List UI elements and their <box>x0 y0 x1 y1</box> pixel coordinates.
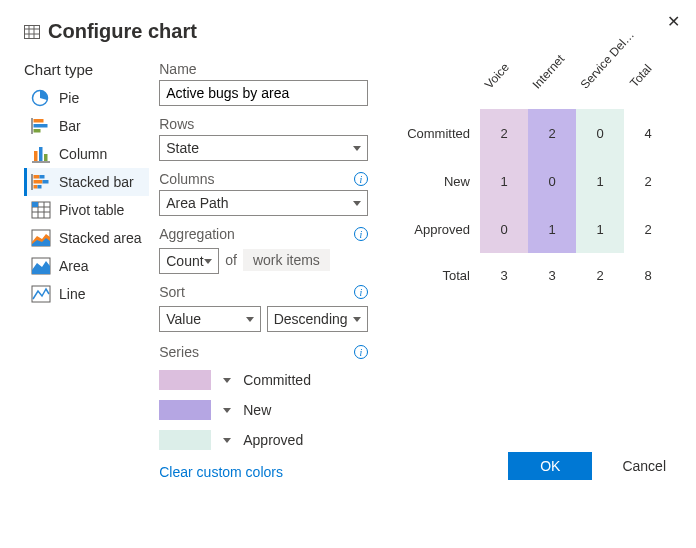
preview-row: Approved0112 <box>404 205 672 253</box>
series-color-swatch[interactable] <box>159 430 211 450</box>
chart-type-pivot[interactable]: Pivot table <box>24 196 149 224</box>
chart-type-label: Pie <box>59 90 79 106</box>
svg-rect-16 <box>40 175 45 179</box>
svg-rect-26 <box>32 202 38 207</box>
stacked-bar-chart-icon <box>31 173 51 191</box>
chevron-down-icon <box>353 317 361 322</box>
chart-config-form: Name Rows State Columns i Area Path Aggr… <box>159 61 368 480</box>
chart-type-label: Area <box>59 258 89 274</box>
chart-type-label: Bar <box>59 118 81 134</box>
chart-type-label: Stacked area <box>59 230 142 246</box>
preview-cell: 2 <box>480 109 528 157</box>
info-icon[interactable]: i <box>354 345 368 359</box>
rows-label: Rows <box>159 116 194 132</box>
preview-cell: 2 <box>624 157 672 205</box>
preview-cell: 2 <box>576 253 624 297</box>
sort-field-select[interactable]: Value <box>159 306 260 332</box>
preview-row-label: New <box>404 174 480 189</box>
series-label: Committed <box>243 372 311 388</box>
line-chart-icon <box>31 285 51 303</box>
series-color-swatch[interactable] <box>159 370 211 390</box>
chart-type-label: Pivot table <box>59 202 124 218</box>
chart-grid-icon <box>24 25 40 39</box>
preview-cell: 1 <box>576 205 624 253</box>
chart-type-area[interactable]: Area <box>24 252 149 280</box>
aggregation-value: Count <box>166 253 203 269</box>
svg-rect-0 <box>25 25 40 38</box>
sort-direction-select[interactable]: Descending <box>267 306 368 332</box>
chart-type-label: Column <box>59 146 107 162</box>
preview-row-label: Total <box>404 268 480 283</box>
clear-custom-colors-link[interactable]: Clear custom colors <box>159 464 283 480</box>
svg-rect-11 <box>34 151 38 161</box>
svg-rect-20 <box>38 185 42 189</box>
preview-cell: 1 <box>576 157 624 205</box>
aggregation-target: work items <box>243 249 330 271</box>
column-chart-icon <box>31 145 51 163</box>
info-icon[interactable]: i <box>354 172 368 186</box>
columns-label: Columns <box>159 171 214 187</box>
series-item: Committed <box>159 370 368 390</box>
chart-type-pie[interactable]: Pie <box>24 84 149 112</box>
chart-type-line[interactable]: Line <box>24 280 149 308</box>
series-label: Series <box>159 344 199 360</box>
chevron-down-icon[interactable] <box>223 408 231 413</box>
dialog-footer: OK Cancel <box>508 452 672 480</box>
svg-rect-8 <box>34 124 48 128</box>
info-icon[interactable]: i <box>354 227 368 241</box>
configure-chart-dialog: ✕ Configure chart Chart type PieBarColum… <box>0 0 696 496</box>
sort-label: Sort <box>159 284 185 300</box>
chart-type-label: Stacked bar <box>59 174 134 190</box>
chevron-down-icon <box>204 259 212 264</box>
preview-cell: 0 <box>480 205 528 253</box>
chart-type-stacked-area[interactable]: Stacked area <box>24 224 149 252</box>
preview-column-header: Total <box>614 60 657 105</box>
name-label: Name <box>159 61 368 77</box>
series-label: New <box>243 402 271 418</box>
close-icon[interactable]: ✕ <box>667 12 680 31</box>
series-color-swatch[interactable] <box>159 400 211 420</box>
bar-chart-icon <box>31 117 51 135</box>
chart-type-heading: Chart type <box>24 61 149 78</box>
preview-row: New1012 <box>404 157 672 205</box>
preview-cell: 0 <box>576 109 624 157</box>
preview-column-header: Service Del… <box>566 60 609 105</box>
chart-type-stacked-bar[interactable]: Stacked bar <box>24 168 149 196</box>
cancel-button[interactable]: Cancel <box>616 457 672 475</box>
preview-row-label: Committed <box>404 126 480 141</box>
info-icon[interactable]: i <box>354 285 368 299</box>
preview-row: Committed2204 <box>404 109 672 157</box>
preview-total-row: Total3328 <box>404 253 672 297</box>
preview-cell: 3 <box>528 253 576 297</box>
chevron-down-icon <box>353 146 361 151</box>
sort-direction-value: Descending <box>274 311 348 327</box>
rows-select[interactable]: State <box>159 135 368 161</box>
svg-rect-12 <box>39 147 43 161</box>
stacked-area-chart-icon <box>31 229 51 247</box>
name-input[interactable] <box>159 80 368 106</box>
preview-cell: 8 <box>624 253 672 297</box>
series-item: Approved <box>159 430 368 450</box>
svg-rect-9 <box>34 129 41 133</box>
columns-select[interactable]: Area Path <box>159 190 368 216</box>
chevron-down-icon[interactable] <box>223 378 231 383</box>
chart-type-bar[interactable]: Bar <box>24 112 149 140</box>
area-chart-icon <box>31 257 51 275</box>
preview-cell: 1 <box>480 157 528 205</box>
chart-type-list: Chart type PieBarColumnStacked barPivot … <box>24 61 149 480</box>
preview-cell: 0 <box>528 157 576 205</box>
of-label: of <box>225 252 237 268</box>
aggregation-select[interactable]: Count <box>159 248 219 274</box>
pivot-chart-icon <box>31 201 51 219</box>
chevron-down-icon[interactable] <box>223 438 231 443</box>
preview-column-header: Internet <box>518 60 561 105</box>
series-label: Approved <box>243 432 303 448</box>
chart-type-column[interactable]: Column <box>24 140 149 168</box>
svg-rect-7 <box>34 119 44 123</box>
preview-cell: 2 <box>528 109 576 157</box>
ok-button[interactable]: OK <box>508 452 592 480</box>
series-item: New <box>159 400 368 420</box>
dialog-header: Configure chart <box>24 20 672 43</box>
sort-field-value: Value <box>166 311 201 327</box>
chart-preview: VoiceInternetService Del…Total Committed… <box>378 61 672 480</box>
